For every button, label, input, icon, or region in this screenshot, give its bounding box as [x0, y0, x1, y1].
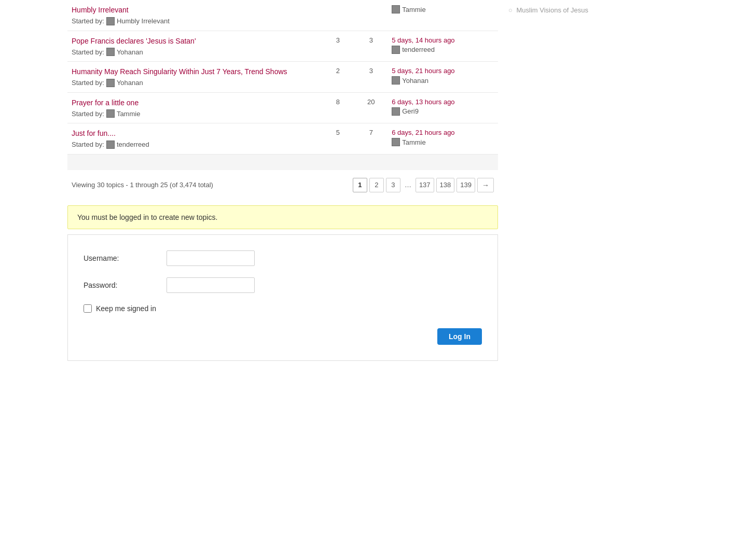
started-by-link[interactable]: Tammie [117, 110, 141, 118]
topic-title-link[interactable]: Just for fun.... [72, 129, 317, 139]
last-post-avatar [392, 5, 400, 13]
next-page-button[interactable]: → [477, 178, 494, 192]
views-count [354, 0, 388, 31]
username-label: Username: [84, 254, 167, 262]
page-btn-137[interactable]: 137 [416, 178, 434, 192]
replies-count [321, 0, 354, 31]
started-by-label: Started by: [72, 141, 104, 148]
last-post-user-link[interactable]: tenderreed [402, 46, 435, 53]
views-count: 20 [354, 92, 388, 123]
topic-title-link[interactable]: Humanity May Reach Singularity Within Ju… [72, 67, 317, 77]
topic-row: Humbly IrrelevantStarted by: Humbly Irre… [67, 0, 498, 31]
topic-row: Pope Francis declares 'Jesus is Satan'St… [67, 31, 498, 62]
last-post-avatar [392, 107, 400, 116]
last-post-time: 6 days, 21 hours ago [392, 129, 494, 136]
username-input[interactable] [167, 250, 255, 266]
spacer-row [67, 155, 498, 170]
started-by-label: Started by: [72, 48, 104, 56]
replies-count: 2 [321, 62, 354, 93]
last-post-time: 5 days, 21 hours ago [392, 67, 494, 75]
views-count: 7 [354, 123, 388, 155]
views-count: 3 [354, 62, 388, 93]
login-button[interactable]: Log In [437, 328, 482, 345]
keep-signed-in-label: Keep me signed in [96, 304, 156, 313]
sidebar-item: ○ Muslim Visions of Jesus [508, 5, 591, 16]
topics-table: Humbly IrrelevantStarted by: Humbly Irre… [67, 0, 498, 155]
replies-count: 8 [321, 92, 354, 123]
started-by-label: Started by: [72, 79, 104, 87]
user-avatar [106, 109, 115, 118]
last-post-avatar [392, 46, 400, 54]
password-row: Password: [84, 277, 482, 293]
page-btn-1[interactable]: 1 [353, 178, 367, 192]
page-btn-3[interactable]: 3 [386, 178, 400, 192]
login-notice-text: You must be logged in to create new topi… [77, 213, 217, 221]
user-avatar [106, 79, 115, 87]
last-post-time: 5 days, 14 hours ago [392, 36, 494, 44]
user-avatar [106, 48, 115, 56]
page-btn-2[interactable]: 2 [369, 178, 384, 192]
topic-title-link[interactable]: Prayer for a little one [72, 98, 317, 108]
page-btn-138[interactable]: 138 [436, 178, 455, 192]
pagination-controls: 1 2 3 … 137 138 139 → [353, 178, 494, 192]
page-btn-139[interactable]: 139 [457, 178, 475, 192]
last-post-user-link[interactable]: Yohanan [402, 77, 428, 85]
login-notice: You must be logged in to create new topi… [67, 205, 498, 229]
last-post-avatar [392, 138, 400, 146]
last-post-user-link[interactable]: Tammie [402, 6, 426, 13]
started-by-link[interactable]: tenderreed [117, 141, 149, 148]
login-btn-row: Log In [84, 328, 482, 345]
topic-row: Humanity May Reach Singularity Within Ju… [67, 62, 498, 93]
topic-title-link[interactable]: Pope Francis declares 'Jesus is Satan' [72, 36, 317, 47]
sidebar-link[interactable]: Muslim Visions of Jesus [516, 6, 588, 14]
pagination-bar: Viewing 30 topics - 1 through 25 (of 3,4… [67, 170, 498, 200]
last-post-user-link[interactable]: Tammie [402, 138, 426, 146]
keep-signed-in-checkbox[interactable] [84, 304, 92, 313]
user-avatar [106, 141, 115, 149]
login-form-container: Username: Password: Keep me signed in Lo… [67, 234, 498, 361]
sidebar-bullet: ○ [508, 6, 513, 14]
sidebar: ○ Muslim Visions of Jesus [498, 0, 602, 560]
replies-count: 3 [321, 31, 354, 62]
replies-count: 5 [321, 123, 354, 155]
username-row: Username: [84, 250, 482, 266]
password-input[interactable] [167, 277, 255, 293]
topic-row: Prayer for a little oneStarted by: Tammi… [67, 92, 498, 123]
user-avatar [106, 17, 115, 25]
started-by-label: Started by: [72, 110, 104, 118]
started-by-link[interactable]: Yohanan [117, 79, 143, 87]
page-dots: … [403, 181, 413, 189]
topic-row: Just for fun....Started by: tenderreed57… [67, 123, 498, 155]
password-label: Password: [84, 281, 167, 289]
viewing-text: Viewing 30 topics - 1 through 25 (of 3,4… [72, 181, 213, 189]
started-by-label: Started by: [72, 17, 104, 25]
last-post-avatar [392, 76, 400, 85]
started-by-link[interactable]: Yohanan [117, 48, 143, 56]
last-post-user-link[interactable]: Geri9 [402, 107, 419, 115]
keep-signed-in-row: Keep me signed in [84, 304, 482, 313]
topic-title-link[interactable]: Humbly Irrelevant [72, 5, 317, 16]
started-by-link[interactable]: Humbly Irrelevant [117, 17, 170, 25]
views-count: 3 [354, 31, 388, 62]
last-post-time: 6 days, 13 hours ago [392, 98, 494, 106]
